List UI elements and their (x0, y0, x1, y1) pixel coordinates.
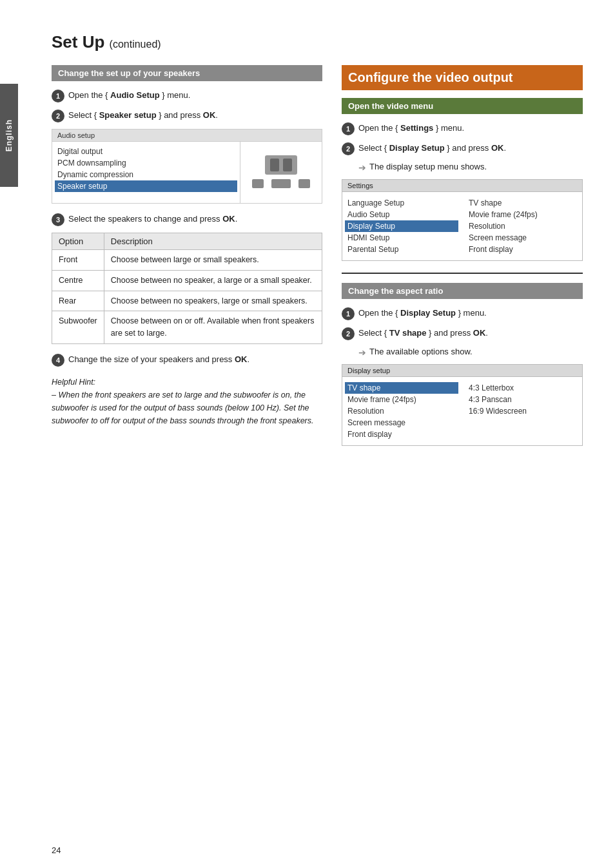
table-row: Subwoofer Choose between on or off. Avai… (52, 311, 322, 344)
page-number: 24 (52, 845, 61, 855)
svg-rect-1 (270, 159, 279, 171)
right-step-2: 2 Select { Display Setup } and press OK. (342, 142, 583, 155)
col-header-option: Option (52, 233, 104, 250)
right-s2-step-2-text: Select { TV shape } and press OK. (358, 327, 488, 340)
two-col-layout: Change the set up of your speakers 1 Ope… (52, 65, 583, 458)
right-column: Configure the video output Open the vide… (342, 65, 583, 458)
list-item: Movie frame (24fps) (469, 209, 577, 220)
list-item: Parental Setup (347, 244, 456, 255)
audio-setup-title: Audio setup (52, 130, 322, 142)
list-item: Language Setup (347, 197, 456, 209)
left-section-header: Change the set up of your speakers (52, 65, 322, 81)
right-section2-header: Change the aspect ratio (342, 283, 583, 299)
display-setup-title: Display setup (342, 365, 582, 377)
right-s2-step-2-number: 2 (342, 327, 355, 340)
desc-rear: Choose between no speakers, large or sma… (104, 291, 322, 311)
page-title: Set Up (continued) (52, 26, 583, 52)
step-4-number: 4 (52, 354, 64, 367)
display-right-col: 4:3 Letterbox 4:3 Panscan 16:9 Widescree… (469, 382, 577, 440)
right-step-1: 1 Open the { Settings } menu. (342, 122, 583, 135)
settings-menu: Settings Language Setup Audio Setup Disp… (342, 179, 583, 261)
list-item: TV shape (469, 197, 577, 209)
continued-label: (continued) (110, 39, 161, 50)
list-item: Screen message (469, 232, 577, 244)
option-rear: Rear (52, 291, 104, 311)
option-centre: Centre (52, 270, 104, 291)
right-s2-step-2-arrow: ➔ The available options show. (358, 347, 583, 358)
display-left-col: TV shape Movie frame (24fps) Resolution … (347, 382, 456, 440)
svg-rect-3 (252, 179, 264, 188)
right-section1-header: Open the video menu (342, 98, 583, 114)
menu-item-dynamic: Dynamic compression (57, 169, 235, 180)
right-step-2-arrow: ➔ The display setup menu shows. (358, 162, 583, 173)
list-item: Movie frame (24fps) (347, 394, 456, 405)
list-item: Resolution (469, 220, 577, 232)
list-item: Resolution (347, 405, 456, 417)
option-front: Front (52, 250, 104, 271)
speaker-image-area (240, 142, 322, 203)
right-s2-step-1-text: Open the { Display Setup } menu. (358, 307, 487, 320)
arrow-text: The display setup menu shows. (369, 162, 487, 171)
helpful-hint-text: – When the front speakers are set to lar… (52, 391, 314, 425)
list-item: Screen message (347, 417, 456, 429)
desc-centre: Choose between no speaker, a large or a … (104, 270, 322, 291)
svg-rect-4 (298, 179, 310, 188)
right-s2-step-1: 1 Open the { Display Setup } menu. (342, 307, 583, 320)
settings-left-col: Language Setup Audio Setup Display Setup… (347, 197, 456, 255)
settings-right-col: TV shape Movie frame (24fps) Resolution … (469, 197, 577, 255)
svg-rect-5 (271, 179, 291, 188)
audio-setup-items: Digital output PCM downsampling Dynamic … (52, 142, 240, 203)
step-3-number: 3 (52, 213, 64, 226)
step-1-text: Open the { Audio Setup } menu. (68, 89, 190, 102)
speaker-diagram (246, 146, 317, 197)
right-step-1-number: 1 (342, 122, 355, 135)
right-step-2-number: 2 (342, 142, 355, 155)
table-row: Rear Choose between no speakers, large o… (52, 291, 322, 311)
audio-setup-content: Digital output PCM downsampling Dynamic … (52, 142, 322, 203)
svg-rect-2 (283, 159, 292, 171)
svg-rect-0 (265, 155, 297, 175)
step-3-text: Select the speakers to change and press … (68, 213, 237, 226)
desc-subwoofer: Choose between on or off. Available when… (104, 311, 322, 344)
table-row: Front Choose between large or small spea… (52, 250, 322, 271)
menu-item-speaker: Speaker setup (55, 180, 237, 192)
step-3: 3 Select the speakers to change and pres… (52, 213, 322, 226)
step-1-number: 1 (52, 90, 64, 102)
display-setup-menu: Display setup TV shape Movie frame (24fp… (342, 364, 583, 446)
step-2: 2 Select { Speaker setup } and press OK. (52, 109, 322, 122)
step-2-number: 2 (52, 110, 64, 122)
right-main-header: Configure the video output (342, 65, 583, 90)
col-header-description: Description (104, 233, 322, 250)
list-item: Display Setup (345, 220, 458, 232)
table-row: Centre Choose between no speaker, a larg… (52, 270, 322, 291)
page: English Set Up (continued) Change the se… (0, 0, 615, 868)
list-item: 4:3 Panscan (469, 394, 577, 405)
side-tab-label: English (5, 119, 14, 151)
helpful-hint: Helpful Hint: – When the front speakers … (52, 376, 322, 427)
settings-menu-title: Settings (342, 180, 582, 192)
right-step-2-text: Select { Display Setup } and press OK. (358, 142, 506, 155)
side-tab: English (0, 84, 18, 187)
step-1: 1 Open the { Audio Setup } menu. (52, 89, 322, 102)
list-item: Audio Setup (347, 209, 456, 220)
helpful-hint-label: Helpful Hint: (52, 378, 95, 387)
step-2-text: Select { Speaker setup } and press OK. (68, 109, 218, 122)
option-subwoofer: Subwoofer (52, 311, 104, 344)
list-item: 16:9 Widescreen (469, 405, 577, 417)
list-item: Front display (469, 244, 577, 255)
left-column: Change the set up of your speakers 1 Ope… (52, 65, 322, 458)
settings-menu-content: Language Setup Audio Setup Display Setup… (342, 192, 582, 260)
list-item: TV shape (345, 382, 458, 394)
list-item: 4:3 Letterbox (469, 382, 577, 394)
arrow-icon: ➔ (358, 347, 366, 358)
arrow-text: The available options show. (369, 347, 473, 356)
right-step-1-text: Open the { Settings } menu. (358, 122, 464, 135)
section-divider (342, 273, 583, 274)
arrow-icon: ➔ (358, 162, 366, 173)
option-table: Option Description Front Choose between … (52, 233, 322, 344)
right-s2-step-2: 2 Select { TV shape } and press OK. (342, 327, 583, 340)
desc-front: Choose between large or small speakers. (104, 250, 322, 271)
step-4-text: Change the size of your speakers and pre… (68, 353, 249, 366)
menu-item-pcm: PCM downsampling (57, 157, 235, 169)
step-4: 4 Change the size of your speakers and p… (52, 353, 322, 367)
